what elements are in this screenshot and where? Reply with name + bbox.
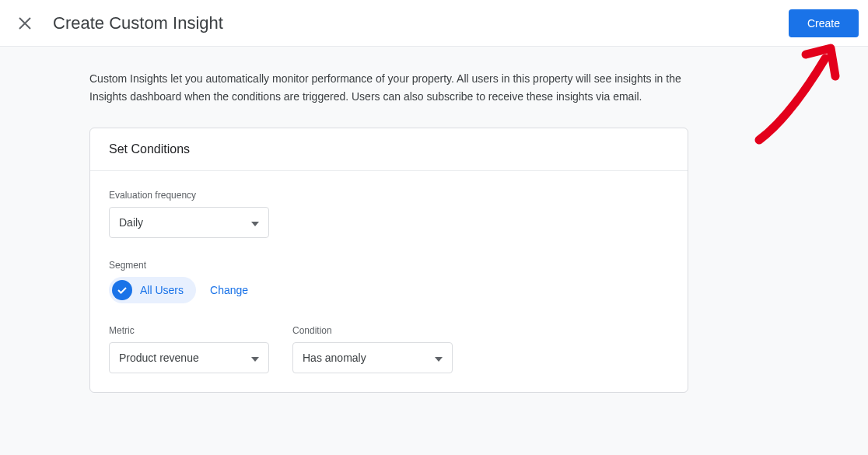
evaluation-frequency-label: Evaluation frequency <box>109 190 669 201</box>
change-segment-link[interactable]: Change <box>210 284 248 296</box>
create-button[interactable]: Create <box>789 9 859 37</box>
condition-value: Has anomaly <box>303 352 366 364</box>
evaluation-frequency-value: Daily <box>119 216 143 229</box>
metric-select[interactable]: Product revenue <box>109 342 269 373</box>
conditions-card: Set Conditions Evaluation frequency Dail… <box>89 128 688 393</box>
evaluation-frequency-select[interactable]: Daily <box>109 207 269 238</box>
condition-field: Condition Has anomaly <box>292 325 453 373</box>
caret-down-icon <box>435 352 443 364</box>
segment-field: Segment All Users Change <box>109 260 669 303</box>
condition-select[interactable]: Has anomaly <box>292 342 453 373</box>
dialog-header: Create Custom Insight Create <box>0 0 868 47</box>
segment-chip-label: All Users <box>140 284 184 296</box>
condition-label: Condition <box>292 325 453 336</box>
content-area: Custom Insights let you automatically mo… <box>0 47 868 455</box>
caret-down-icon <box>251 352 259 364</box>
description-text: Custom Insights let you automatically mo… <box>89 70 688 106</box>
page-title: Create Custom Insight <box>53 13 223 33</box>
metric-label: Metric <box>109 325 269 336</box>
checkmark-icon <box>112 280 132 300</box>
evaluation-frequency-field: Evaluation frequency Daily <box>109 190 669 238</box>
caret-down-icon <box>251 216 259 229</box>
metric-value: Product revenue <box>119 352 199 364</box>
section-title: Set Conditions <box>90 128 688 171</box>
segment-chip[interactable]: All Users <box>109 277 196 303</box>
header-left: Create Custom Insight <box>16 13 223 33</box>
segment-label: Segment <box>109 260 669 271</box>
metric-field: Metric Product revenue <box>109 325 269 373</box>
close-icon[interactable] <box>16 14 34 33</box>
